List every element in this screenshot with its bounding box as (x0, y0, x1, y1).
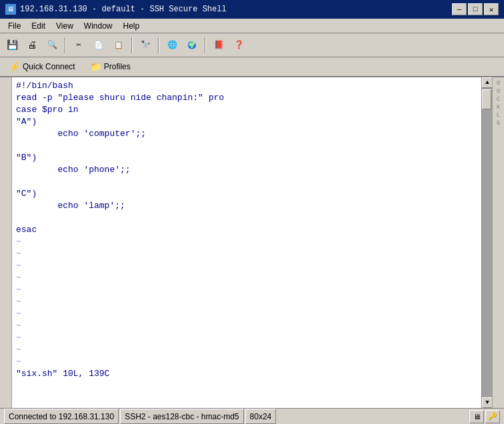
terminal-line-14: ~ (16, 248, 477, 260)
terminal-line-20: ~ (16, 320, 477, 332)
save-button[interactable]: 💾 (3, 36, 21, 55)
terminal-line-7: echo 'phone';; (16, 164, 477, 176)
status-icons: 🖥 🔑 (469, 410, 500, 423)
right-label-k: K (497, 104, 500, 111)
gutter-mark-5 (0, 127, 11, 139)
status-icon-1[interactable]: 🖥 (469, 410, 484, 423)
status-bar: Connected to 192.168.31.130 SSH2 - aes12… (0, 408, 504, 424)
app-icon: 🖥 (5, 4, 16, 15)
network2-button[interactable]: 🌍 (183, 36, 201, 55)
window-title: 192.168.31.130 - default - SSH Secure Sh… (20, 5, 227, 14)
menu-bar: File Edit View Window Help (0, 19, 504, 33)
profiles-icon: 📁 (90, 61, 101, 72)
scroll-up-button[interactable]: ▲ (482, 77, 493, 88)
terminal-line-5 (16, 140, 477, 152)
line-gutter (0, 77, 12, 408)
terminal-line-8 (16, 176, 477, 188)
right-label-l: L (497, 112, 500, 119)
terminal-line-10: echo 'lamp';; (16, 200, 477, 212)
gutter-mark-2 (0, 91, 11, 103)
title-bar: 🖥 192.168.31.130 - default - SSH Secure … (0, 0, 504, 19)
terminal-line-21: ~ (16, 332, 477, 344)
copy-button[interactable]: 📄 (89, 36, 108, 55)
status-icon-2[interactable]: 🔑 (485, 410, 500, 423)
gutter-mark-4 (0, 115, 11, 127)
menu-view[interactable]: View (51, 20, 79, 32)
terminal-line-23: ~ (16, 356, 477, 368)
scroll-thumb[interactable] (482, 89, 491, 109)
terminal-status-line: "six.sh" 10L, 139C (16, 368, 477, 380)
zoom-button[interactable]: 🔍 (43, 36, 61, 55)
profiles-label: Profiles (104, 62, 131, 71)
terminal-line-3: "A") (16, 116, 477, 128)
vertical-scrollbar[interactable]: ▲ ▼ (481, 77, 492, 408)
terminal-line-11 (16, 212, 477, 224)
main-container: #!/bin/bashread -p "please shuru nide ch… (0, 77, 504, 408)
maximize-button[interactable]: □ (468, 3, 483, 15)
title-bar-left: 🖥 192.168.31.130 - default - SSH Secure … (5, 4, 227, 15)
menu-window[interactable]: Window (79, 20, 118, 32)
terminal-line-16: ~ (16, 272, 477, 284)
terminal-line-13: ~ (16, 236, 477, 248)
gutter-mark-3 (0, 103, 11, 115)
profiles-button[interactable]: 📁 Profiles (84, 59, 137, 75)
toolbar-separator-1 (65, 37, 66, 53)
help-button[interactable]: ❓ (229, 36, 248, 55)
menu-edit[interactable]: Edit (26, 20, 51, 32)
right-label-u: U (497, 88, 500, 95)
terminal-line-1: read -p "please shuru nide chanpin:" pro (16, 92, 477, 104)
cut-button[interactable]: ✂ (69, 36, 88, 55)
print-button[interactable]: 🖨 (23, 36, 41, 55)
terminal-line-22: ~ (16, 344, 477, 356)
menu-help[interactable]: Help (118, 20, 145, 32)
terminal-line-6: "B") (16, 152, 477, 164)
menu-file[interactable]: File (3, 20, 26, 32)
terminal-line-0: #!/bin/bash (16, 80, 477, 92)
encryption-text: SSH2 - aes128-cbc - hmac-md5 (125, 412, 239, 421)
gutter-mark-10 (0, 187, 11, 199)
nav-bar: ⚡ Quick Connect 📁 Profiles (0, 57, 504, 77)
quick-connect-button[interactable]: ⚡ Quick Connect (3, 59, 81, 75)
encryption-status: SSH2 - aes128-cbc - hmac-md5 (120, 409, 243, 424)
book-button[interactable]: 📕 (209, 36, 228, 55)
binoculars-button[interactable]: 🔭 (136, 36, 155, 55)
gutter-mark-7 (0, 151, 11, 163)
terminal-line-2: case $pro in (16, 104, 477, 116)
terminal-line-15: ~ (16, 260, 477, 272)
toolbar-separator-4 (205, 37, 206, 53)
terminal-line-12: esac (16, 224, 477, 236)
paste-button[interactable]: 📋 (109, 36, 128, 55)
gutter-mark-6 (0, 139, 11, 151)
toolbar: 💾 🖨 🔍 ✂ 📄 📋 🔭 🌐 🌍 📕 ❓ (0, 33, 504, 57)
terminal-line-17: ~ (16, 284, 477, 296)
terminal-area[interactable]: #!/bin/bashread -p "please shuru nide ch… (12, 77, 481, 408)
minimize-button[interactable]: — (452, 3, 467, 15)
terminal-line-18: ~ (16, 296, 477, 308)
terminal-line-4: echo 'computer';; (16, 128, 477, 140)
right-label-o: O (497, 80, 500, 87)
gutter-mark-9 (0, 175, 11, 187)
connection-text: Connected to 192.168.31.130 (9, 412, 114, 421)
scroll-track[interactable] (482, 88, 492, 397)
terminal-line-9: "C") (16, 188, 477, 200)
terminal-content: #!/bin/bashread -p "please shuru nide ch… (16, 80, 477, 380)
right-panel: O U C K L G (492, 77, 504, 408)
connection-status: Connected to 192.168.31.130 (4, 409, 119, 424)
dimensions-text: 80x24 (250, 412, 272, 421)
gutter-mark-1 (0, 79, 11, 91)
gutter-mark-8 (0, 163, 11, 175)
scroll-down-button[interactable]: ▼ (482, 397, 493, 408)
right-label-c: C (497, 96, 500, 103)
right-label-g: G (497, 120, 500, 127)
toolbar-separator-3 (158, 37, 159, 53)
quick-connect-label: Quick Connect (23, 62, 75, 71)
network1-button[interactable]: 🌐 (163, 36, 181, 55)
toolbar-separator-2 (131, 37, 133, 53)
terminal-line-19: ~ (16, 308, 477, 320)
window-controls[interactable]: — □ ✕ (452, 3, 499, 15)
close-button[interactable]: ✕ (484, 3, 499, 15)
quick-connect-icon: ⚡ (9, 61, 20, 72)
dimensions-status: 80x24 (245, 409, 277, 424)
